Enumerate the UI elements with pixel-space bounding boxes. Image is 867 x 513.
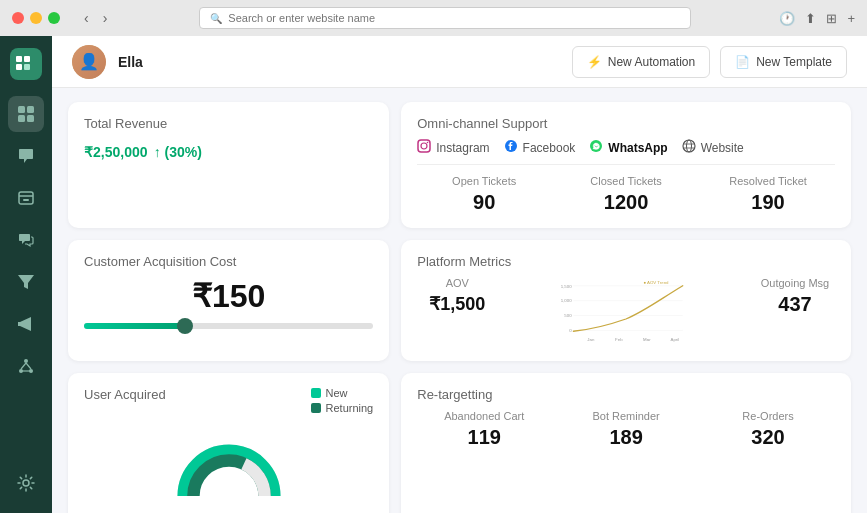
svg-point-25 [686,140,691,152]
svg-point-12 [24,359,28,363]
svg-text:500: 500 [565,313,573,318]
donut-container [84,425,373,505]
revenue-change: ↑ (30%) [154,144,202,160]
facebook-icon [504,139,518,156]
channel-whatsapp[interactable]: WhatsApp [589,139,667,156]
slider-container [84,323,373,329]
resolved-tickets-label: Resolved Ticket [701,175,835,187]
svg-text:April: April [671,337,680,342]
new-automation-button[interactable]: ⚡ New Automation [572,46,710,78]
minimize-button[interactable] [30,12,42,24]
channel-website[interactable]: Website [682,139,744,156]
legend-new-dot [311,388,321,398]
svg-point-24 [683,140,695,152]
url-bar[interactable]: 🔍 [199,7,691,29]
sidebar-item-chat[interactable] [8,138,44,174]
svg-rect-4 [24,64,30,70]
users-card: User Acquired New Returning [68,373,389,513]
outgoing-box: Outgoing Msg 437 [755,277,835,347]
closed-tickets: Closed Tickets 1200 [559,175,693,214]
traffic-lights [12,12,60,24]
aov-trend-chart: 1,500 1,000 500 0 Jan Feb Mar April [507,277,745,347]
svg-rect-10 [23,199,29,201]
sidebar-item-campaigns[interactable] [8,306,44,342]
revenue-card: Total Revenue ₹2,50,000 ↑ (30%) [68,102,389,228]
platform-card: Platform Metrics AOV ₹1,500 [401,240,851,361]
bot-reminder-val: 189 [559,426,693,449]
sidebar-item-dashboard[interactable] [8,96,44,132]
omni-title: Omni-channel Support [417,116,835,131]
search-icon: 🔍 [210,13,222,24]
abandoned-cart: Abandoned Cart 119 [417,410,551,449]
retarget-title: Re-targetting [417,387,835,402]
resolved-tickets: Resolved Ticket 190 [701,175,835,214]
sidebar-item-inbox[interactable] [8,180,44,216]
aov-chart: 1,500 1,000 500 0 Jan Feb Mar April [507,277,745,347]
tab-icon: ⊞ [826,11,837,26]
logo[interactable] [10,48,42,80]
slider-track [84,323,373,329]
sidebar-item-settings[interactable] [8,465,44,501]
avatar-image: 👤 [72,45,106,79]
legend-returning: Returning [311,402,374,414]
close-button[interactable] [12,12,24,24]
omni-card: Omni-channel Support Instagram Facebook [401,102,851,228]
facebook-label: Facebook [523,141,576,155]
platform-inner: AOV ₹1,500 1,500 1,000 [417,277,835,347]
slider-thumb[interactable] [177,318,193,334]
automation-icon: ⚡ [587,55,602,69]
back-button[interactable]: ‹ [80,10,93,26]
sidebar [0,36,52,513]
svg-rect-8 [27,115,34,122]
svg-line-15 [21,363,26,369]
revenue-title: Total Revenue [84,116,373,131]
open-tickets: Open Tickets 90 [417,175,551,214]
slider-fill [84,323,185,329]
nav-buttons: ‹ › [80,10,111,26]
cac-card: Customer Acquisition Cost ₹150 [68,240,389,361]
url-input[interactable] [228,12,680,24]
svg-text:1,500: 1,500 [561,284,572,289]
svg-text:1,000: 1,000 [561,298,572,303]
reorders-label: Re-Orders [701,410,835,422]
svg-point-20 [421,143,427,149]
closed-tickets-label: Closed Tickets [559,175,693,187]
channel-facebook[interactable]: Facebook [504,139,576,156]
revenue-amount: ₹2,50,000 ↑ (30%) [84,137,373,163]
abandoned-cart-val: 119 [417,426,551,449]
users-title: User Acquired [84,387,166,402]
instagram-icon [417,139,431,156]
svg-text:Feb: Feb [615,337,623,342]
forward-button[interactable]: › [99,10,112,26]
topbar-actions: ⚡ New Automation 📄 New Template [572,46,847,78]
retarget-card: Re-targetting Abandoned Cart 119 Bot Rem… [401,373,851,513]
whatsapp-icon [589,139,603,156]
titlebar: ‹ › 🔍 🕐 ⬆ ⊞ + [0,0,867,36]
website-label: Website [701,141,744,155]
sidebar-item-dialog[interactable] [8,222,44,258]
open-tickets-label: Open Tickets [417,175,551,187]
svg-rect-6 [27,106,34,113]
cac-value: ₹150 [84,277,373,315]
sidebar-item-network[interactable] [8,348,44,384]
users-header: User Acquired New Returning [84,387,373,417]
closed-tickets-val: 1200 [559,191,693,214]
bot-reminder-label: Bot Reminder [559,410,693,422]
maximize-button[interactable] [48,12,60,24]
svg-text:Mar: Mar [643,337,651,342]
svg-rect-19 [418,140,430,152]
sidebar-item-filter[interactable] [8,264,44,300]
aov-val: ₹1,500 [417,293,497,315]
add-tab-icon[interactable]: + [847,11,855,26]
time-icon: 🕐 [779,11,795,26]
retarget-grid: Abandoned Cart 119 Bot Reminder 189 Re-O… [417,410,835,449]
new-template-button[interactable]: 📄 New Template [720,46,847,78]
aov-label: AOV [417,277,497,289]
svg-rect-5 [18,106,25,113]
outgoing-val: 437 [755,293,835,316]
svg-rect-9 [19,192,33,204]
bot-reminder: Bot Reminder 189 [559,410,693,449]
website-icon [682,139,696,156]
channel-instagram[interactable]: Instagram [417,139,489,156]
resolved-tickets-val: 190 [701,191,835,214]
